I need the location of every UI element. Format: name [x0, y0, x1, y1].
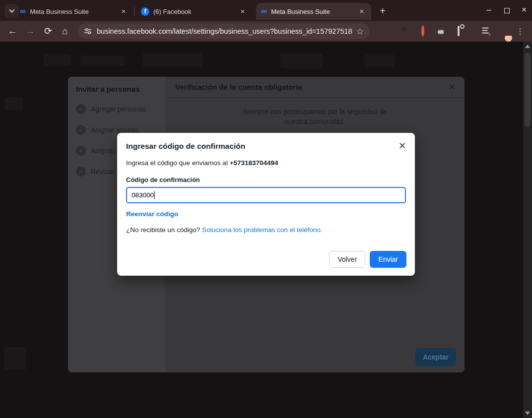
- tab-meta-business-suite-2-active[interactable]: ∞ Meta Business Suite ×: [256, 3, 371, 20]
- tab-close-icon[interactable]: ×: [357, 7, 366, 16]
- help-text: ¿No recibiste un código? Soluciona los p…: [126, 226, 406, 234]
- close-icon[interactable]: ✕: [399, 142, 406, 150]
- dimmed-sidebar-item: [4, 347, 26, 370]
- tab-close-icon[interactable]: ×: [119, 7, 128, 16]
- check-circle-icon: ✓: [76, 125, 86, 135]
- resend-code-link[interactable]: Reenviar código: [126, 210, 406, 218]
- tab-facebook[interactable]: f (6) Facebook ×: [136, 3, 252, 20]
- troubleshoot-phone-link[interactable]: Soluciona los problemas con el teléfono.: [202, 226, 322, 234]
- chevron-down-icon: [9, 7, 14, 12]
- media-controls-icon[interactable]: [482, 28, 489, 35]
- scrollbar-thumb[interactable]: [525, 53, 531, 127]
- browser-toolbar: ← → ⟳ ⌂ business.facebook.com/latest/set…: [0, 21, 532, 42]
- code-input-value: 083000: [132, 191, 154, 199]
- dimmed-header-element: [143, 53, 202, 67]
- invite-panel-title: Invitar a personas: [76, 85, 157, 93]
- back-button[interactable]: ←: [5, 24, 20, 39]
- new-tab-button[interactable]: +: [376, 4, 390, 18]
- code-field-label: Código de confirmación: [126, 176, 406, 183]
- dimmed-header-element: [80, 56, 125, 65]
- browser-titlebar: ∞ Meta Business Suite × f (6) Facebook ×…: [0, 0, 532, 21]
- url-text[interactable]: business.facebook.com/latest/settings/bu…: [97, 27, 352, 35]
- tab-separator: [134, 7, 134, 16]
- scroll-down-icon[interactable]: [525, 412, 530, 415]
- browser-menu-icon[interactable]: ⋮: [516, 27, 524, 36]
- facebook-logo-icon: f: [141, 7, 149, 16]
- window-maximize-button[interactable]: [504, 8, 510, 13]
- address-bar[interactable]: business.facebook.com/latest/settings/bu…: [78, 23, 370, 39]
- dimmed-header-element: [365, 55, 395, 67]
- forward-button[interactable]: →: [23, 24, 38, 39]
- bookmark-star-icon[interactable]: ☆: [356, 26, 364, 37]
- confirmation-code-input[interactable]: 083000: [126, 187, 406, 203]
- window-minimize-button[interactable]: –: [481, 2, 497, 18]
- text-caret: [154, 191, 155, 199]
- dimmed-header-element: [280, 54, 323, 68]
- dimmed-header-element: [44, 55, 71, 65]
- record-extension-icon[interactable]: [421, 27, 424, 36]
- scroll-up-icon[interactable]: [525, 45, 530, 48]
- tab-meta-business-suite-1[interactable]: ∞ Meta Business Suite ×: [15, 3, 133, 20]
- back-button[interactable]: Volver: [329, 251, 365, 268]
- reload-button[interactable]: ⟳: [41, 24, 56, 39]
- check-circle-icon: ✓: [76, 146, 86, 156]
- home-button[interactable]: ⌂: [58, 24, 72, 39]
- modal-title: Ingresar código de confirmación: [126, 142, 399, 151]
- window-close-button[interactable]: ×: [516, 2, 532, 18]
- confirmation-code-modal: Ingresar código de confirmación ✕ Ingres…: [117, 133, 415, 276]
- tab-title: Meta Business Suite: [30, 8, 115, 15]
- tab-close-icon[interactable]: ×: [238, 7, 247, 16]
- extensions-puzzle-icon[interactable]: [458, 27, 460, 36]
- site-settings-icon[interactable]: [84, 27, 92, 35]
- verification-title: Verificación de la cuenta obligatoria: [175, 83, 449, 91]
- accept-button[interactable]: Aceptar: [415, 348, 456, 366]
- page-scrollbar[interactable]: [523, 42, 532, 418]
- step-add-people: ✓ Agregar personas: [76, 104, 157, 114]
- tab-title: (6) Facebook: [153, 8, 234, 15]
- check-circle-icon: ✓: [76, 167, 86, 177]
- code-extension-icon[interactable]: </>: [438, 26, 444, 36]
- meta-logo-icon: ∞: [261, 7, 267, 15]
- meta-logo-icon: ∞: [20, 7, 26, 15]
- phone-number: +573183704494: [230, 159, 278, 167]
- dimmed-sidebar-item: [5, 97, 23, 110]
- check-circle-icon: ✓: [76, 104, 86, 114]
- close-icon[interactable]: ✕: [449, 82, 456, 92]
- tab-title: Meta Business Suite: [271, 8, 353, 15]
- send-button[interactable]: Enviar: [370, 251, 406, 268]
- modal-subtitle: Ingresa el código que enviamos al +57318…: [126, 159, 406, 167]
